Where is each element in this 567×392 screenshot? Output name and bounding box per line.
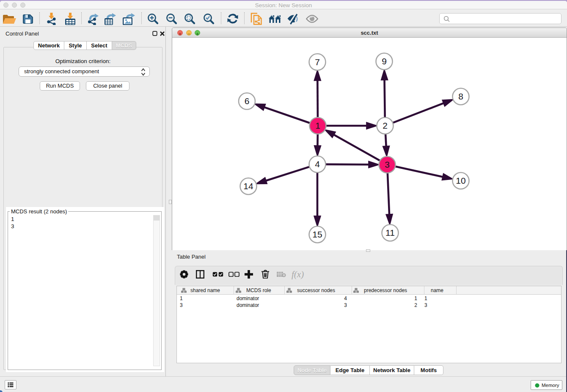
- svg-text:8: 8: [458, 91, 463, 101]
- svg-text:6: 6: [245, 96, 250, 106]
- svg-text:2: 2: [383, 121, 388, 130]
- svg-text:15: 15: [312, 229, 322, 239]
- svg-text:7: 7: [315, 57, 320, 67]
- svg-text:11: 11: [385, 228, 395, 237]
- svg-text:9: 9: [382, 56, 387, 66]
- svg-text:10: 10: [456, 176, 465, 185]
- svg-text:3: 3: [385, 160, 390, 169]
- svg-text:1: 1: [315, 121, 320, 130]
- svg-text:14: 14: [243, 181, 253, 191]
- svg-text:4: 4: [315, 159, 320, 169]
